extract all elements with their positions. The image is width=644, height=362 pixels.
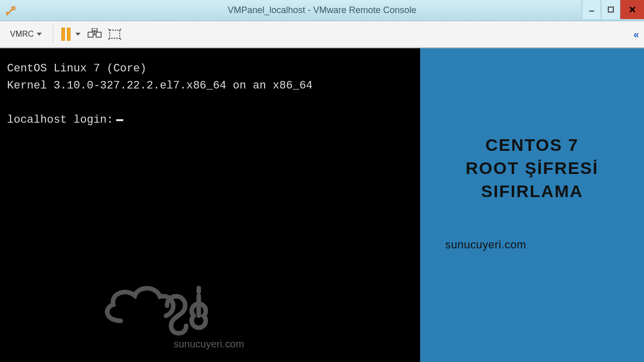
maximize-button[interactable] [601,0,620,19]
overlay-panel: CENTOS 7 ROOT ŞİFRESİ SIFIRLAMA sunucuye… [420,48,644,362]
watermark-text: sunucuyeri.com [174,336,244,352]
minimize-button[interactable] [582,0,601,19]
vmrc-label: VMRC [10,30,34,39]
vmrc-menu-button[interactable]: VMRC [5,27,47,42]
window-title: VMPanel_localhost - VMware Remote Consol… [227,5,416,16]
pause-button[interactable] [59,26,83,43]
svg-rect-9 [110,30,120,38]
cursor-icon [116,119,123,121]
pause-icon [61,28,70,41]
app-icon [5,5,17,17]
toolbar: VMRC « [0,21,644,48]
collapse-panel-button[interactable]: « [633,29,639,40]
overlay-headline: CENTOS 7 ROOT ŞİFRESİ SIFIRLAMA [435,134,629,203]
vmware-remote-console-window: VMPanel_localhost - VMware Remote Consol… [0,0,644,362]
window-controls [582,0,644,19]
svg-rect-1 [608,7,613,12]
dropdown-icon [37,33,42,36]
svg-rect-5 [96,32,101,37]
vm-console[interactable]: CentOS Linux 7 (Core) Kernel 3.10.0-327.… [0,48,420,362]
console-prompt: localhost login: [7,112,413,129]
svg-rect-4 [88,32,93,37]
separator [53,25,53,43]
send-ctrl-alt-del-button[interactable] [87,26,103,42]
dropdown-icon [75,33,80,36]
close-button[interactable] [620,0,644,19]
console-blank [7,95,413,112]
console-line: CentOS Linux 7 (Core) [7,60,413,77]
overlay-site: sunucuyeri.com [435,238,629,251]
fullscreen-button[interactable] [107,26,123,42]
title-bar: VMPanel_localhost - VMware Remote Consol… [0,0,644,21]
console-line: Kernel 3.10.0-327.22.2.el7.x86_64 on an … [7,77,413,95]
